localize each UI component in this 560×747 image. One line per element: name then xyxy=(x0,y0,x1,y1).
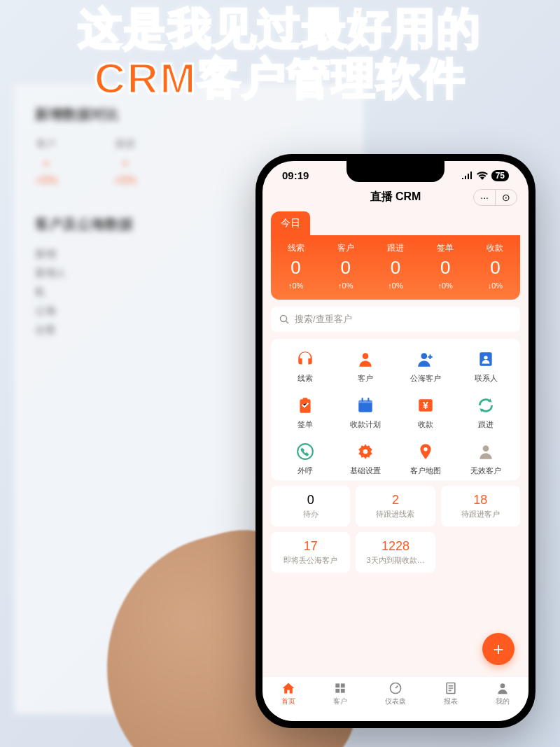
grid-item-location[interactable]: 客户地图 xyxy=(396,441,456,476)
svg-point-16 xyxy=(424,447,427,451)
grid-item-money[interactable]: ¥ 收款 xyxy=(396,395,456,430)
header-actions: ··· ⊙ xyxy=(473,189,517,206)
promo-headline: 这是我见过最好用的 CRM客户管理软件 xyxy=(14,4,546,104)
app-title: 直播 CRM xyxy=(370,190,421,204)
bg-section-title: 新增数据对比 xyxy=(35,105,343,124)
close-button[interactable]: ⊙ xyxy=(496,190,517,205)
more-button[interactable]: ··· xyxy=(474,190,496,205)
person-x-icon xyxy=(475,441,496,462)
status-time: 09:19 xyxy=(282,169,309,181)
phone-notch xyxy=(346,161,444,182)
search-input[interactable]: 搜索/查重客户 xyxy=(271,307,520,332)
dash-col-0[interactable]: 线索 0 ↑0% xyxy=(271,242,321,290)
tab-home[interactable]: 首页 xyxy=(281,681,295,721)
wifi-icon xyxy=(477,172,488,180)
tab-people[interactable]: 客户 xyxy=(333,681,347,721)
today-dashboard: 今日 线索 0 ↑0%客户 0 ↑0%跟进 0 ↑0%签单 0 ↑0%收款 0 … xyxy=(271,211,520,300)
person-plus-icon xyxy=(415,349,436,370)
phone-frame: 09:19 75 直播 CRM ··· ⊙ 今日 线索 xyxy=(255,154,536,728)
kpi-tile-0[interactable]: 0 待办 xyxy=(271,486,350,526)
grid-item-person-plus[interactable]: 公海客户 xyxy=(396,349,456,384)
fab-add-button[interactable]: + xyxy=(482,633,514,665)
grid-item-clipboard[interactable]: 签单 xyxy=(275,395,335,430)
location-icon xyxy=(415,441,436,462)
svg-rect-20 xyxy=(335,689,340,693)
user-icon xyxy=(496,681,510,695)
contact-icon xyxy=(475,349,496,370)
battery-indicator: 75 xyxy=(491,170,509,181)
report-icon xyxy=(444,681,458,695)
home-icon xyxy=(281,681,295,695)
svg-point-24 xyxy=(500,683,505,688)
svg-point-17 xyxy=(483,445,489,452)
svg-rect-10 xyxy=(362,398,363,401)
svg-text:¥: ¥ xyxy=(423,400,428,411)
people-icon xyxy=(333,681,347,695)
bottom-tabbar: 首页 客户 仪表盘 报表 我的 xyxy=(262,676,528,721)
person-icon xyxy=(355,349,376,370)
calendar-icon xyxy=(355,395,376,416)
grid-item-gear[interactable]: 基础设置 xyxy=(335,441,396,476)
svg-rect-18 xyxy=(335,683,340,687)
svg-rect-7 xyxy=(303,398,308,400)
signal-icon xyxy=(462,172,473,179)
svg-point-2 xyxy=(363,353,369,359)
dash-col-1[interactable]: 客户 0 ↑0% xyxy=(321,242,370,290)
tab-report[interactable]: 报表 xyxy=(444,681,458,721)
call-icon xyxy=(295,441,316,462)
feature-grid: 线索 客户 公海客户 联系人 签单 收款计划¥ 收款 跟进 外呼 基础设置 客户… xyxy=(271,339,520,480)
money-icon: ¥ xyxy=(415,395,436,416)
app-header: 直播 CRM ··· ⊙ xyxy=(262,186,528,211)
search-placeholder: 搜索/查重客户 xyxy=(295,313,352,326)
dashboard-tab-today[interactable]: 今日 xyxy=(271,211,310,235)
tab-user[interactable]: 我的 xyxy=(496,681,510,721)
grid-item-person[interactable]: 客户 xyxy=(335,349,396,384)
dash-col-4[interactable]: 收款 0 ↓0% xyxy=(470,242,520,290)
kpi-tile-2[interactable]: 18 待跟进客户 xyxy=(441,486,520,526)
gear-icon xyxy=(355,441,376,462)
grid-item-calendar[interactable]: 收款计划 xyxy=(335,395,396,430)
dash-col-2[interactable]: 跟进 0 ↑0% xyxy=(370,242,420,290)
svg-point-15 xyxy=(363,449,368,454)
tab-dashboard[interactable]: 仪表盘 xyxy=(385,681,406,721)
svg-rect-19 xyxy=(341,683,345,687)
dash-col-3[interactable]: 签单 0 ↑0% xyxy=(421,242,470,290)
grid-item-refresh[interactable]: 跟进 xyxy=(456,395,516,430)
svg-point-0 xyxy=(281,316,287,322)
kpi-tile-1[interactable]: 2 待跟进线索 xyxy=(356,486,435,526)
svg-point-3 xyxy=(421,353,428,359)
svg-point-14 xyxy=(298,444,313,459)
grid-item-call[interactable]: 外呼 xyxy=(275,441,335,476)
grid-item-contact[interactable]: 联系人 xyxy=(456,349,516,384)
grid-item-person-x[interactable]: 无效客户 xyxy=(456,441,516,476)
kpi-grid: 0 待办2 待跟进线索18 待跟进客户17 即将丢公海客户1228 3天内到期收… xyxy=(271,486,520,573)
svg-line-1 xyxy=(286,321,289,324)
clipboard-icon xyxy=(295,395,316,416)
headset-icon xyxy=(295,349,316,370)
dashboard-icon xyxy=(388,681,402,695)
grid-item-headset[interactable]: 线索 xyxy=(275,349,335,384)
kpi-tile-3[interactable]: 17 即将丢公海客户 xyxy=(271,532,350,573)
svg-rect-9 xyxy=(358,400,372,403)
svg-rect-11 xyxy=(368,398,369,401)
refresh-icon xyxy=(475,395,496,416)
search-icon xyxy=(279,314,289,324)
kpi-tile-4[interactable]: 1228 3天内到期收款… xyxy=(356,532,435,573)
phone-screen: 09:19 75 直播 CRM ··· ⊙ 今日 线索 xyxy=(262,161,528,721)
svg-rect-21 xyxy=(341,689,345,693)
svg-point-5 xyxy=(484,356,487,359)
